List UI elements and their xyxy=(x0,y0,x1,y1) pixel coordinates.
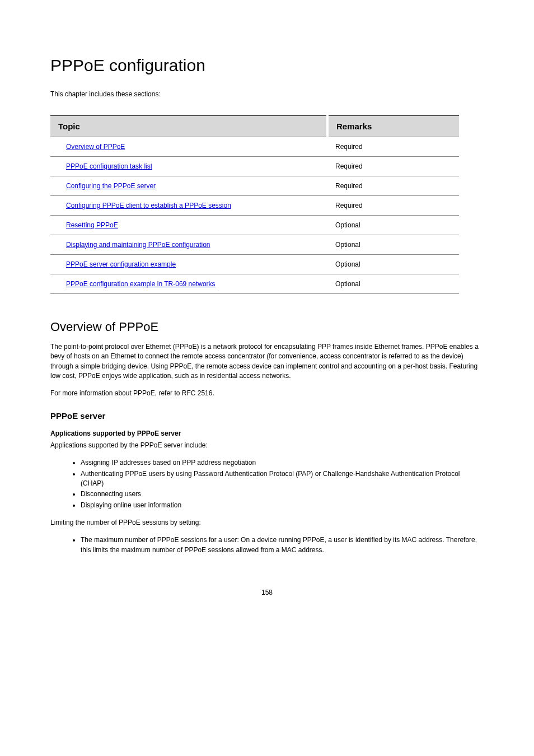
table-cell-remarks: Optional xyxy=(327,235,459,254)
topic-link-display[interactable]: Displaying and maintaining PPPoE configu… xyxy=(66,241,210,249)
list-item: Authenticating PPPoE users by using Pass… xyxy=(81,469,484,489)
table-cell-remarks: Required xyxy=(327,195,459,215)
topic-link-overview[interactable]: Overview of PPPoE xyxy=(66,143,125,151)
overview-p2: For more information about PPPoE, refer … xyxy=(50,389,484,398)
topic-link-tr069[interactable]: PPPoE configuration example in TR-069 ne… xyxy=(66,280,216,288)
limiting-intro: Limiting the number of PPPoE sessions by… xyxy=(50,518,484,528)
page-title: PPPoE configuration xyxy=(50,56,484,75)
topic-link-server-example[interactable]: PPPoE server configuration example xyxy=(66,260,176,268)
table-row: PPPoE server configuration example Optio… xyxy=(50,254,459,274)
apps-subheading: Applications supported by PPPoE server xyxy=(50,430,484,437)
topic-link-client[interactable]: Configuring PPPoE client to establish a … xyxy=(66,202,231,209)
overview-heading: Overview of PPPoE xyxy=(50,320,484,334)
table-cell-remarks: Required xyxy=(327,137,459,156)
topic-link-server[interactable]: Configuring the PPPoE server xyxy=(66,182,156,190)
table-cell-remarks: Required xyxy=(327,176,459,195)
limiting-list: The maximum number of PPPoE sessions for… xyxy=(50,535,484,555)
table-row: PPPoE configuration example in TR-069 ne… xyxy=(50,274,459,293)
table-header-topic: Topic xyxy=(50,115,327,137)
table-row: Resetting PPPoE Optional xyxy=(50,215,459,235)
list-item: Disconnecting users xyxy=(81,489,484,499)
list-item: Assigning IP addresses based on PPP addr… xyxy=(81,458,484,468)
table-cell-remarks: Optional xyxy=(327,215,459,235)
table-row: PPPoE configuration task list Required xyxy=(50,156,459,176)
table-row: Configuring PPPoE client to establish a … xyxy=(50,195,459,215)
table-header-remarks: Remarks xyxy=(327,115,459,137)
overview-p1: The point-to-point protocol over Etherne… xyxy=(50,342,484,381)
list-item: The maximum number of PPPoE sessions for… xyxy=(81,535,484,555)
list-item: Displaying online user information xyxy=(81,501,484,510)
apps-intro: Applications supported by the PPPoE serv… xyxy=(50,441,484,450)
table-cell-remarks: Required xyxy=(327,156,459,176)
pppoe-server-heading: PPPoE server xyxy=(50,411,484,421)
topic-link-tasklist[interactable]: PPPoE configuration task list xyxy=(66,162,152,170)
table-row: Configuring the PPPoE server Required xyxy=(50,176,459,195)
page-number: 158 xyxy=(50,589,484,596)
table-row: Displaying and maintaining PPPoE configu… xyxy=(50,235,459,254)
topic-table: Topic Remarks Overview of PPPoE Required… xyxy=(50,115,459,294)
table-row: Overview of PPPoE Required xyxy=(50,137,459,156)
apps-list: Assigning IP addresses based on PPP addr… xyxy=(50,458,484,510)
table-cell-remarks: Optional xyxy=(327,254,459,274)
topic-link-reset[interactable]: Resetting PPPoE xyxy=(66,221,118,229)
table-cell-remarks: Optional xyxy=(327,274,459,293)
intro-paragraph: This chapter includes these sections: xyxy=(50,90,484,99)
